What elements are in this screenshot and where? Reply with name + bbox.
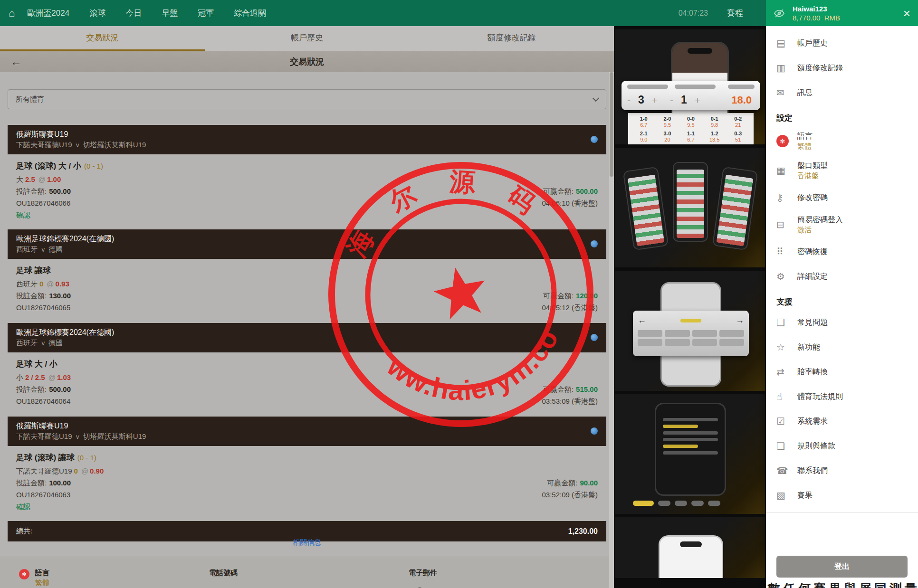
minus-icon: - [627,95,631,106]
main-scrollbar[interactable] [609,72,614,588]
nav-item-schedule[interactable]: 賽程 [727,8,743,19]
sidebar-item-messages[interactable]: ✉ 訊息 [766,80,918,105]
bet-card: 歐洲足球錦標賽2024(在德國) 西班牙 ｖ 德國 足球 讓球 西班牙0@0.9… [8,229,606,319]
sidebar-item-odds-type[interactable]: ▦ 盤口類型香港盤 [766,156,918,185]
grid-icon: ▦ [776,165,797,176]
promo-banner-swipe[interactable]: ← → [615,271,765,391]
promo-banner-highlights[interactable] [615,394,765,514]
nav-item-euro2024[interactable]: 歐洲盃2024 [27,8,69,19]
total-label: 總共: [16,527,32,536]
phone-value[interactable]: +852 6522 1421 [209,585,409,588]
chevron-down-icon [593,95,599,102]
score-odds-cell: 1-06.7 [632,116,656,128]
selection: 大2.5@1.00 [16,173,61,185]
sidebar-item-system-requirements[interactable]: ☑ 系統需求 [766,409,918,434]
bet-header: 俄羅斯聯賽U19 下諾夫哥羅德U19 ｖ 切塔羅沃莫斯科U19 [8,417,606,446]
sidebar-item-results[interactable]: ▧ 賽果 [766,483,918,508]
selection: 下諾夫哥羅德U190@0.90 [16,465,104,477]
sidebar-item-simple-login[interactable]: ⊟ 簡易密碼登入激活 [766,210,918,239]
related-info-link[interactable]: 相關信息 [293,538,321,546]
confirm-link[interactable]: 確認 [16,209,598,224]
tab-transactions[interactable]: 交易狀況 [0,26,205,51]
bet-body: 足球 讓球 西班牙0@0.93 投註金額:130.00 可贏金額:120.90 … [8,259,606,319]
stake: 投註金額:500.00 [16,383,71,395]
tab-account-history[interactable]: 帳戶歷史 [205,26,410,51]
league-name: 俄羅斯聯賽U19 [16,129,146,140]
phone-label: 電話號碼 [209,568,409,578]
footer-language[interactable]: ✻ 語言 繁體 [19,568,209,588]
match-name: 下諾夫哥羅德U19 ｖ 切塔羅沃莫斯科U19 [16,431,146,441]
bet-body: 足球 大 / 小 小2 / 2.5@1.03 投註金額:500.00 可贏金額:… [8,352,606,413]
confirm-link[interactable]: 確認 [16,501,598,515]
sidebar-item-odds-converter[interactable]: ⇄ 賠率轉換 [766,360,918,384]
tab-credit-records[interactable]: 額度修改記錄 [409,26,614,51]
score-odds-cell: 0-221 [726,116,750,128]
stepper-card: - 3 + - 1 + 18.0 [622,81,760,110]
clipboard-icon: ▥ [776,62,797,74]
soccer-icon [591,334,598,341]
stepper-value-2: 1 [681,94,687,106]
bet-ref: OU18267046066 [16,197,70,209]
plus-icon: + [695,95,700,106]
tab-bar: 交易狀況 帳戶歷史 額度修改記錄 [0,26,614,51]
email-value[interactable]: cs@9stay88.com [409,585,463,588]
sidebar-item-password-recovery[interactable]: ⠿ 密碼恢復 [766,239,918,264]
live-score: (0 - 1) [77,454,96,462]
close-icon[interactable]: × [903,7,910,19]
soccer-icon [591,427,598,435]
main-footer: ✻ 語言 繁體 電話號碼 +852 6522 1421 電子郵件 cs@9sta… [0,557,614,588]
footer-phone: 電話號碼 +852 6522 1421 [209,568,409,588]
sidebar-item-change-password[interactable]: ⚷ 修改密碼 [766,185,918,210]
bet-header: 歐洲足球錦標賽2024(在德國) 西班牙 ｖ 德國 [8,229,606,259]
stake: 投註金額:500.00 [16,185,71,197]
sidebar-header: Haiwai123 8,770.00 RMB × [766,0,918,26]
nav-item-live[interactable]: 滾球 [89,8,105,19]
market-name: 足球 讓球 [16,263,598,278]
terms-doc-icon: ❏ [776,440,797,452]
nav-item-early[interactable]: 早盤 [162,8,178,19]
top-navbar: ⌂ 歐洲盃2024 滾球 今日 早盤 冠軍 綜合過關 04:07:23 賽程 [0,0,766,26]
clock: 04:07:23 [679,9,708,18]
nav-item-today[interactable]: 今日 [125,8,142,19]
sidebar-item-credit-records[interactable]: ▥ 額度修改記錄 [766,56,918,80]
sport-filter-select[interactable]: 所有體育 [8,89,606,109]
plus-icon: + [652,95,658,106]
stake: 投註金額:130.00 [16,290,71,302]
gear-icon: ⚙ [776,271,797,282]
match-name: 西班牙 ｖ 德國 [16,338,114,348]
score-odds-cell: 0-351 [726,131,750,142]
logout-button[interactable]: 登出 [776,556,908,578]
sidebar-item-terms[interactable]: ❏ 規則與條款 [766,434,918,458]
promo-banner-partial[interactable] [615,517,765,578]
sidebar-item-language[interactable]: ✻ 語言繁體 [766,126,918,156]
home-icon[interactable]: ⌂ [9,7,15,19]
soccer-icon [591,240,598,247]
section-settings: 設定 [766,105,918,126]
soccer-icon [591,136,598,143]
sidebar-item-faq[interactable]: ❑ 常見問題 [766,310,918,335]
odds-total: 18.0 [731,94,755,106]
nav-item-outright[interactable]: 冠軍 [198,8,214,19]
eye-off-icon[interactable] [774,8,785,19]
account-balance: 8,770.00 RMB [793,13,840,22]
sidebar-item-contact-us[interactable]: ☎ 聯系我們 [766,458,918,483]
live-score: (0 - 1) [84,162,103,170]
nav-item-parlay[interactable]: 綜合過關 [234,8,266,19]
total-value: 1,230.00 [568,527,598,536]
account-username: Haiwai123 [793,4,840,13]
sidebar-item-detailed-settings[interactable]: ⚙ 詳細設定 [766,264,918,289]
score-odds-cell: 0-19.8 [703,116,727,128]
promo-score-grid: 1-06.72-09.50-09.50-19.80-2212-19.03-020… [632,116,750,144]
league-name: 俄羅斯聯賽U19 [16,421,146,431]
match-name: 下諾夫哥羅德U19 ｖ 切塔羅沃莫斯科U19 [16,140,146,150]
email-label: 電子郵件 [409,568,463,578]
potential-win: 可贏金額:120.90 [543,290,598,302]
sidebar-item-sports-rules[interactable]: ☝ 體育玩法規則 [766,384,918,409]
promo-banner-correct-score[interactable]: - 3 + - 1 + 18.0 1-06.72-09.50-09.50-19.… [615,29,765,144]
phone-icon: ☎ [776,465,797,476]
star-icon: ☆ [776,341,797,353]
sidebar-item-new-features[interactable]: ☆ 新功能 [766,335,918,360]
promo-banner-odds-table[interactable] [615,148,765,267]
sidebar-item-account-history[interactable]: ▤ 帳戶歷史 [766,31,918,56]
language-label: 語言 [35,568,49,578]
